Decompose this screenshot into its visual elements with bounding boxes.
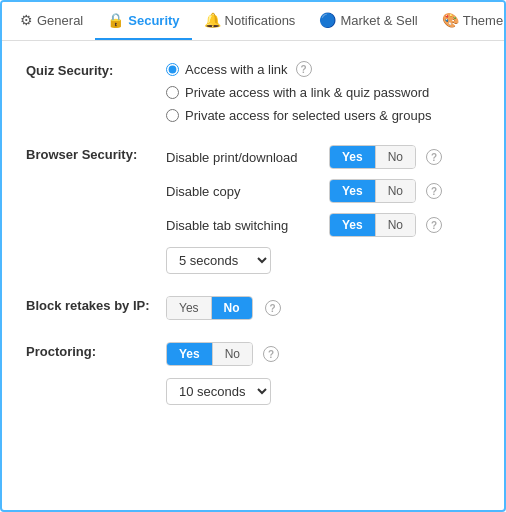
general-icon: ⚙: [20, 12, 33, 28]
help-icon-tab[interactable]: ?: [426, 217, 442, 233]
radio-access-link-input[interactable]: [166, 63, 179, 76]
theme-icon: 🎨: [442, 12, 459, 28]
tab-notifications-label: Notifications: [225, 13, 296, 28]
radio-access-link-label: Access with a link: [185, 62, 288, 77]
block-retakes-label: Block retakes by IP:: [26, 296, 166, 313]
radio-private-users-input[interactable]: [166, 109, 179, 122]
proctoring-toggle-row: Yes No ?: [166, 342, 480, 366]
proctoring-label: Proctoring:: [26, 342, 166, 359]
btn-tab-no[interactable]: No: [376, 214, 415, 236]
toggle-row-tab: Disable tab switching Yes No ?: [166, 213, 480, 237]
browser-security-time-select[interactable]: 5 seconds 10 seconds 15 seconds 30 secon…: [166, 247, 271, 274]
proctoring-dropdown-wrap: 5 seconds 10 seconds 15 seconds 30 secon…: [166, 378, 480, 405]
toggle-label-copy: Disable copy: [166, 184, 321, 199]
security-icon: 🔒: [107, 12, 124, 28]
btn-proctoring-no[interactable]: No: [213, 343, 252, 365]
tab-security-label: Security: [128, 13, 179, 28]
radio-private-users[interactable]: Private access for selected users & grou…: [166, 108, 480, 123]
radio-private-link-label: Private access with a link & quiz passwo…: [185, 85, 429, 100]
block-retakes-section: Block retakes by IP: Yes No ?: [26, 296, 480, 320]
tab-market-label: Market & Sell: [340, 13, 417, 28]
tab-notifications[interactable]: 🔔 Notifications: [192, 2, 308, 40]
tab-theme[interactable]: 🎨 Theme: [430, 2, 506, 40]
browser-security-body: Disable print/download Yes No ? Disable …: [166, 145, 480, 274]
main-content: Quiz Security: Access with a link ? Priv…: [2, 41, 504, 447]
browser-security-section: Browser Security: Disable print/download…: [26, 145, 480, 274]
btn-group-copy: Yes No: [329, 179, 416, 203]
btn-group-retakes: Yes No: [166, 296, 253, 320]
tab-general-label: General: [37, 13, 83, 28]
quiz-security-body: Access with a link ? Private access with…: [166, 61, 480, 123]
btn-retakes-yes[interactable]: Yes: [167, 297, 212, 319]
btn-print-yes[interactable]: Yes: [330, 146, 376, 168]
quiz-security-radio-group: Access with a link ? Private access with…: [166, 61, 480, 123]
help-icon-copy[interactable]: ?: [426, 183, 442, 199]
btn-group-proctoring: Yes No: [166, 342, 253, 366]
radio-private-link[interactable]: Private access with a link & quiz passwo…: [166, 85, 480, 100]
btn-copy-yes[interactable]: Yes: [330, 180, 376, 202]
help-icon-retakes[interactable]: ?: [265, 300, 281, 316]
help-icon-proctoring[interactable]: ?: [263, 346, 279, 362]
market-icon: 🔵: [319, 12, 336, 28]
toggle-row-copy: Disable copy Yes No ?: [166, 179, 480, 203]
tab-market-sell[interactable]: 🔵 Market & Sell: [307, 2, 429, 40]
btn-proctoring-yes[interactable]: Yes: [167, 343, 213, 365]
tab-theme-label: Theme: [463, 13, 503, 28]
quiz-security-label: Quiz Security:: [26, 61, 166, 78]
tab-bar: ⚙ General 🔒 Security 🔔 Notifications 🔵 M…: [2, 2, 504, 41]
radio-access-link[interactable]: Access with a link ?: [166, 61, 480, 77]
btn-tab-yes[interactable]: Yes: [330, 214, 376, 236]
toggle-label-print: Disable print/download: [166, 150, 321, 165]
proctoring-body: Yes No ? 5 seconds 10 seconds 15 seconds…: [166, 342, 480, 405]
help-icon-access-link[interactable]: ?: [296, 61, 312, 77]
toggle-row-print: Disable print/download Yes No ?: [166, 145, 480, 169]
help-icon-print[interactable]: ?: [426, 149, 442, 165]
toggle-label-tab: Disable tab switching: [166, 218, 321, 233]
block-retakes-body: Yes No ?: [166, 296, 480, 320]
block-retakes-controls: Yes No ?: [166, 296, 480, 320]
quiz-security-section: Quiz Security: Access with a link ? Priv…: [26, 61, 480, 123]
btn-retakes-no[interactable]: No: [212, 297, 252, 319]
radio-private-link-input[interactable]: [166, 86, 179, 99]
browser-security-dropdown-wrap: 5 seconds 10 seconds 15 seconds 30 secon…: [166, 247, 480, 274]
btn-print-no[interactable]: No: [376, 146, 415, 168]
tab-security[interactable]: 🔒 Security: [95, 2, 191, 40]
proctoring-section: Proctoring: Yes No ? 5 seconds 10 second…: [26, 342, 480, 405]
notifications-icon: 🔔: [204, 12, 221, 28]
proctoring-time-select[interactable]: 5 seconds 10 seconds 15 seconds 30 secon…: [166, 378, 271, 405]
radio-private-users-label: Private access for selected users & grou…: [185, 108, 431, 123]
tab-general[interactable]: ⚙ General: [8, 2, 95, 40]
btn-copy-no[interactable]: No: [376, 180, 415, 202]
btn-group-tab: Yes No: [329, 213, 416, 237]
browser-security-label: Browser Security:: [26, 145, 166, 162]
btn-group-print: Yes No: [329, 145, 416, 169]
